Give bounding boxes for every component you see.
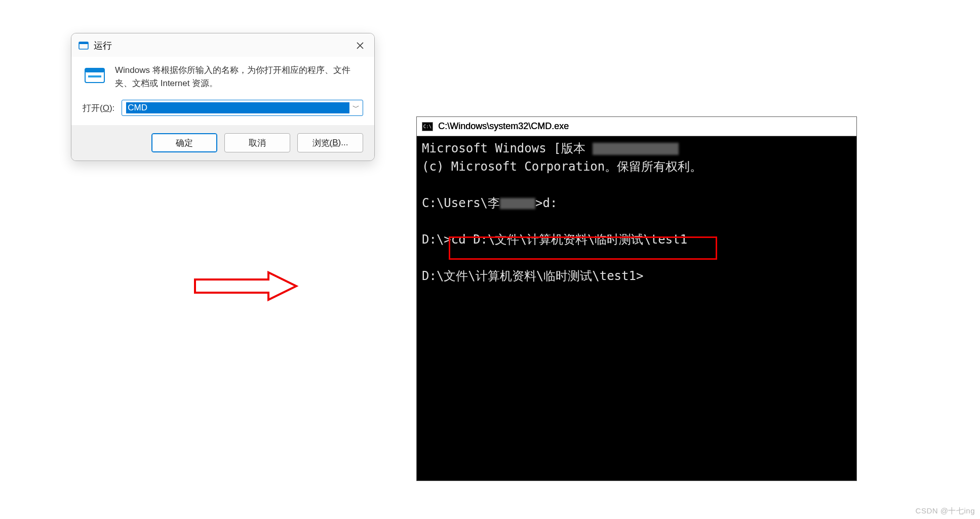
run-command-value: CMD [126, 102, 349, 113]
svg-rect-4 [88, 75, 101, 77]
redacted-username [500, 198, 535, 209]
watermark: CSDN @十七ing [916, 506, 975, 516]
cmd-terminal-output[interactable]: Microsoft Windows [版本 (c) Microsoft Corp… [417, 136, 856, 481]
cmd-line-copyright: (c) Microsoft Corporation。保留所有权利。 [422, 159, 702, 174]
cmd-line-user-a: C:\Users\李 [422, 196, 500, 210]
cmd-titlebar: C:\ C:\Windows\system32\CMD.exe [417, 117, 856, 136]
cancel-button[interactable]: 取消 [224, 133, 290, 152]
cmd-icon: C:\ [422, 122, 433, 131]
run-window-icon [79, 41, 89, 51]
ok-button[interactable]: 确定 [151, 133, 217, 152]
run-desc-row: Windows 将根据你所输入的名称，为你打开相应的程序、文件夹、文档或 Int… [83, 64, 363, 90]
run-dialog-footer: 确定 取消 浏览(B)... [71, 125, 374, 161]
svg-rect-3 [85, 68, 104, 72]
run-open-label: 打开(O): [83, 102, 114, 114]
run-dialog: 运行 Windows 将根据你所输入的名称，为你打开相应的程序、文件夹、文档或 … [71, 33, 375, 161]
run-command-combobox[interactable]: CMD ﹀ [122, 100, 363, 116]
redacted-version [593, 143, 679, 155]
run-titlebar-left: 运行 [79, 39, 112, 52]
run-description: Windows 将根据你所输入的名称，为你打开相应的程序、文件夹、文档或 Int… [115, 64, 363, 90]
cmd-window: C:\ C:\Windows\system32\CMD.exe Microsof… [416, 116, 857, 481]
run-dialog-titlebar: 运行 [71, 33, 374, 57]
run-dialog-body: Windows 将根据你所输入的名称，为你打开相应的程序、文件夹、文档或 Int… [71, 57, 374, 125]
cmd-window-title: C:\Windows\system32\CMD.exe [438, 121, 569, 132]
run-program-icon [83, 64, 107, 88]
close-button[interactable] [353, 38, 367, 53]
red-arrow-annotation [192, 268, 299, 304]
cmd-line-newpath: D:\文件\计算机资料\临时测试\test1> [422, 269, 643, 283]
cmd-line-cd-command: cd D:\文件\计算机资料\临时测试\test1 [451, 232, 687, 247]
cmd-line-version: Microsoft Windows [版本 [422, 141, 593, 155]
cmd-line-cd-prompt: D:\> [422, 232, 451, 247]
cmd-line-user-b: >d: [535, 196, 557, 210]
svg-rect-1 [79, 42, 88, 44]
run-dialog-title: 运行 [94, 39, 112, 52]
browse-button[interactable]: 浏览(B)... [297, 133, 363, 152]
chevron-down-icon: ﹀ [352, 103, 360, 112]
run-input-row: 打开(O): CMD ﹀ [83, 100, 363, 116]
